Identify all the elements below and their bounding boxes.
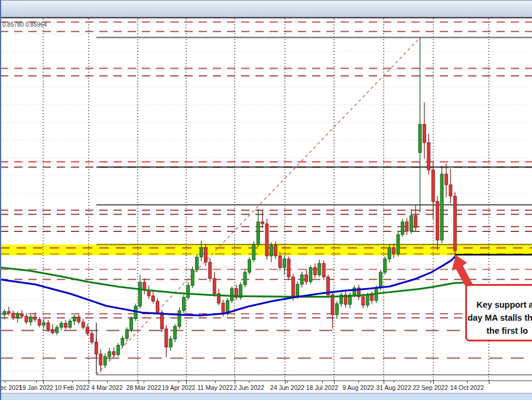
quote-label: 0.85780 0.85964: [2, 21, 47, 28]
x-axis-label: 28 Mar 2022: [126, 384, 161, 391]
candle-down: [25, 317, 28, 322]
candle-down: [82, 322, 85, 327]
candle-down: [147, 291, 150, 296]
x-axis-tick: [467, 381, 468, 383]
candle-down: [287, 259, 290, 277]
window-titlebar: [0, 0, 532, 17]
candle-up: [318, 263, 321, 275]
x-axis-label: 14 Oct 2022: [450, 384, 484, 391]
candle-down: [34, 317, 37, 320]
candle-down: [165, 329, 168, 347]
x-axis[interactable]: 29 Dec 202119 Jan 202210 Feb 20224 Mar 2…: [0, 380, 532, 393]
x-axis-tick: [36, 381, 37, 383]
candle-down: [265, 224, 268, 256]
x-axis-gridline-tick: [138, 381, 138, 384]
candle-up: [69, 321, 72, 328]
callout-text-line: day MA stalls th: [468, 313, 532, 322]
candle-down: [371, 295, 374, 301]
x-axis-tick: [287, 381, 288, 383]
candle-up: [379, 272, 382, 288]
candle-down: [47, 322, 50, 330]
x-axis-label: 31 Aug 2022: [377, 384, 411, 391]
candle-up: [252, 244, 255, 260]
candle-up: [257, 222, 259, 244]
candle-up: [335, 304, 338, 315]
x-axis-tick: [322, 381, 323, 383]
candle-up: [366, 295, 369, 305]
x-axis-label: 2 Jun 2022: [233, 384, 264, 391]
x-axis-label: 18 Jul 2022: [306, 384, 338, 391]
x-axis-tick: [107, 381, 108, 383]
x-axis-tick: [394, 381, 394, 383]
candle-down: [362, 297, 365, 305]
price-chart-svg[interactable]: [0, 18, 532, 400]
candle-down: [313, 267, 316, 275]
candle-down: [99, 354, 102, 365]
x-axis-label: 4 Mar 2022: [91, 384, 122, 391]
candle-down: [86, 327, 89, 334]
rising-trendline: [96, 37, 421, 375]
candle-up: [226, 301, 229, 313]
candle-down: [322, 263, 325, 277]
candle-down: [278, 256, 281, 267]
candle-down: [445, 174, 447, 185]
candle-down: [436, 201, 439, 240]
x-axis-tick: [144, 381, 144, 383]
candle-down: [12, 313, 15, 318]
candle-up: [248, 260, 251, 272]
x-axis-gridline-tick: [89, 381, 89, 384]
x-axis-gridline-tick: [433, 381, 434, 384]
candle-up: [200, 248, 203, 257]
candle-up: [196, 257, 199, 270]
candle-up: [244, 272, 246, 285]
candle-up: [73, 317, 76, 321]
candle-up: [300, 275, 303, 284]
candle-down: [261, 222, 264, 224]
candle-up: [401, 222, 404, 234]
x-axis-gridline-tick: [186, 381, 187, 384]
x-axis-label: 22 Sep 2022: [413, 384, 448, 391]
candle-up: [56, 327, 59, 333]
candle-down: [7, 312, 10, 314]
x-axis-gridline-tick: [285, 381, 286, 384]
x-axis-label: 10 Feb 2022: [55, 384, 90, 391]
candle-up: [60, 323, 63, 327]
x-axis-tick: [358, 381, 359, 383]
candle-down: [77, 317, 80, 322]
candle-down: [449, 185, 452, 196]
candle-up: [116, 345, 119, 354]
candle-down: [112, 351, 115, 354]
candle-up: [125, 330, 128, 338]
candle-up: [309, 267, 312, 282]
candle-up: [270, 246, 273, 256]
candle-up: [182, 298, 185, 311]
x-axis-tick: [5, 381, 5, 383]
callout-box[interactable]: Key support at day MA stalls th the firs…: [465, 284, 532, 341]
x-axis-tick: [215, 381, 216, 383]
candle-up: [174, 327, 177, 339]
candle-up: [191, 270, 194, 286]
x-axis-tick: [249, 381, 249, 383]
candle-up: [388, 248, 391, 259]
candle-down: [414, 215, 417, 227]
x-axis-gridline-tick: [235, 381, 235, 384]
x-axis-gridline-tick: [384, 381, 384, 384]
candle-up: [103, 357, 106, 365]
candle-down: [156, 301, 159, 312]
callout-text-line: Key support at: [476, 300, 532, 309]
candle-down: [90, 334, 93, 342]
x-axis-gridline-tick: [489, 381, 489, 384]
x-axis-tick: [72, 381, 73, 383]
bottom-strip: [0, 393, 532, 400]
candle-up: [169, 339, 172, 347]
candle-up: [296, 284, 299, 296]
x-axis-label: 11 May 2022: [197, 384, 233, 391]
candle-up: [187, 285, 190, 297]
x-axis-label: 9 Aug 2022: [342, 384, 374, 391]
x-axis-label: 24 Jun 2022: [270, 384, 304, 391]
candle-down: [95, 342, 98, 354]
chart-canvas[interactable]: [0, 18, 532, 380]
candle-down: [213, 279, 216, 294]
candle-up: [43, 322, 46, 325]
candle-down: [21, 314, 24, 316]
